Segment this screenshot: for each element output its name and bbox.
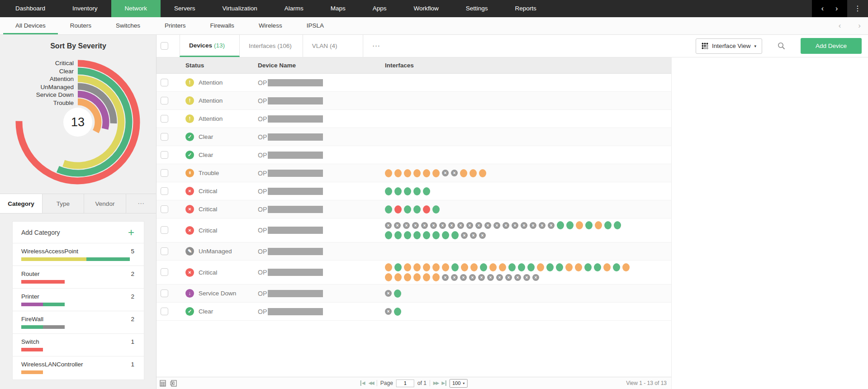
interface-status-dot[interactable] xyxy=(385,187,392,195)
top-nav-item-workflow[interactable]: Workflow xyxy=(400,0,452,17)
category-item-router[interactable]: Router2 xyxy=(13,266,144,289)
nav-scroll-left-icon[interactable]: ‹ xyxy=(821,0,824,17)
add-category-row[interactable]: Add Category + xyxy=(13,222,144,243)
interface-status-dot[interactable] xyxy=(394,273,402,281)
plus-icon[interactable]: + xyxy=(128,228,134,237)
table-row[interactable]: ×CriticalOP xyxy=(157,200,671,218)
interface-status-dot[interactable] xyxy=(614,221,621,229)
table-row[interactable]: ✎UnManagedOP xyxy=(157,242,671,261)
interface-down-icon[interactable]: × xyxy=(496,274,503,281)
interface-status-dot[interactable] xyxy=(413,263,421,271)
subnav-item-routers[interactable]: Routers xyxy=(58,17,104,34)
interface-down-icon[interactable]: × xyxy=(470,232,477,239)
interface-down-icon[interactable]: × xyxy=(412,222,419,229)
row-checkbox[interactable] xyxy=(161,187,168,195)
interface-status-dot[interactable] xyxy=(413,205,421,213)
device-name-cell[interactable]: OP xyxy=(258,79,385,86)
sidebar-tab-type[interactable]: Type xyxy=(43,194,84,213)
interface-status-dot[interactable] xyxy=(385,273,392,281)
interface-status-dot[interactable] xyxy=(413,231,421,239)
device-name-cell[interactable]: OP xyxy=(258,206,385,213)
interface-status-dot[interactable] xyxy=(404,273,411,281)
interface-status-dot[interactable] xyxy=(622,263,630,271)
top-nav-item-alarms[interactable]: Alarms xyxy=(271,0,317,17)
subnav-item-firewalls[interactable]: Firewalls xyxy=(198,17,247,34)
interface-down-icon[interactable]: × xyxy=(503,222,509,229)
interface-status-dot[interactable] xyxy=(537,263,544,271)
interface-status-dot[interactable] xyxy=(432,263,440,271)
row-checkbox[interactable] xyxy=(161,289,168,297)
prev-page-icon[interactable]: ◀◀ xyxy=(368,380,373,386)
device-name-cell[interactable]: OP xyxy=(258,133,385,141)
interface-down-icon[interactable]: × xyxy=(548,222,555,229)
interface-status-dot[interactable] xyxy=(557,221,564,229)
table-row[interactable]: !AttentionOP xyxy=(157,92,671,110)
device-name-cell[interactable]: OP xyxy=(258,290,385,297)
interface-status-dot[interactable] xyxy=(470,263,478,271)
interface-status-dot[interactable] xyxy=(404,231,411,239)
interface-down-icon[interactable]: × xyxy=(439,222,446,229)
overflow-menu-icon[interactable]: ⋮ xyxy=(847,0,868,17)
interface-status-dot[interactable] xyxy=(413,169,421,177)
row-checkbox[interactable] xyxy=(161,79,168,86)
subnav-item-wireless[interactable]: Wireless xyxy=(247,17,294,34)
interface-down-icon[interactable]: × xyxy=(514,274,521,281)
interface-status-dot[interactable] xyxy=(394,231,402,239)
interface-status-dot[interactable] xyxy=(461,263,468,271)
interface-down-icon[interactable]: × xyxy=(521,222,527,229)
device-name-cell[interactable]: OP xyxy=(258,152,385,159)
interface-status-dot[interactable] xyxy=(603,263,611,271)
device-name-cell[interactable]: OP xyxy=(258,170,385,177)
interface-status-dot[interactable] xyxy=(423,187,430,195)
top-nav-item-apps[interactable]: Apps xyxy=(359,0,400,17)
interface-view-button[interactable]: Interface View ▾ xyxy=(696,38,762,54)
interface-status-dot[interactable] xyxy=(604,221,612,229)
interface-down-icon[interactable]: × xyxy=(530,222,536,229)
interface-down-icon[interactable]: × xyxy=(493,222,500,229)
top-nav-item-servers[interactable]: Servers xyxy=(161,0,209,17)
interface-down-icon[interactable]: × xyxy=(421,222,428,229)
row-checkbox[interactable] xyxy=(161,226,168,234)
interface-status-dot[interactable] xyxy=(489,263,497,271)
interface-down-icon[interactable]: × xyxy=(466,222,473,229)
interface-status-dot[interactable] xyxy=(423,263,430,271)
interface-status-dot[interactable] xyxy=(451,231,459,239)
interface-status-dot[interactable] xyxy=(442,263,449,271)
export-table-icon[interactable] xyxy=(160,380,166,387)
interface-status-dot[interactable] xyxy=(432,273,440,281)
interface-status-dot[interactable] xyxy=(565,263,573,271)
interface-down-icon[interactable]: × xyxy=(539,222,545,229)
interface-status-dot[interactable] xyxy=(575,263,582,271)
interface-status-dot[interactable] xyxy=(566,221,574,229)
table-row[interactable]: ×CriticalOP xyxy=(157,182,671,200)
device-name-cell[interactable]: OP xyxy=(258,227,385,234)
sidebar-tab-vendor[interactable]: Vendor xyxy=(84,194,126,213)
top-nav-item-virtualization[interactable]: Virtualization xyxy=(209,0,271,17)
interface-status-dot[interactable] xyxy=(527,263,535,271)
subnav-item-switches[interactable]: Switches xyxy=(104,17,152,34)
category-item-printer[interactable]: Printer2 xyxy=(13,289,144,311)
row-checkbox[interactable] xyxy=(161,115,168,123)
interface-status-dot[interactable] xyxy=(423,205,430,213)
page-input[interactable] xyxy=(396,380,414,387)
interface-down-icon[interactable]: × xyxy=(457,222,464,229)
device-name-cell[interactable]: OP xyxy=(258,308,385,315)
interface-status-dot[interactable] xyxy=(470,169,477,177)
interface-status-dot[interactable] xyxy=(442,231,449,239)
more-sidebar-tabs-icon[interactable]: ⋯ xyxy=(126,194,157,213)
category-item-firewall[interactable]: FireWall2 xyxy=(13,311,144,334)
table-row[interactable]: ×CriticalOP××××××××××× xyxy=(157,261,671,285)
interface-down-icon[interactable]: × xyxy=(523,274,530,281)
interface-down-icon[interactable]: × xyxy=(475,222,482,229)
interface-down-icon[interactable]: × xyxy=(505,274,512,281)
top-nav-item-maps[interactable]: Maps xyxy=(317,0,359,17)
interface-status-dot[interactable] xyxy=(508,263,516,271)
device-name-cell[interactable]: OP xyxy=(258,188,385,195)
interface-status-dot[interactable] xyxy=(385,263,392,271)
interface-status-dot[interactable] xyxy=(394,308,401,316)
interface-down-icon[interactable]: × xyxy=(469,274,476,281)
interface-down-icon[interactable]: × xyxy=(532,274,539,281)
category-item-wirelesslancontroller[interactable]: WirelessLANController1 xyxy=(13,356,144,379)
interface-down-icon[interactable]: × xyxy=(451,170,458,176)
interface-status-dot[interactable] xyxy=(423,273,430,281)
